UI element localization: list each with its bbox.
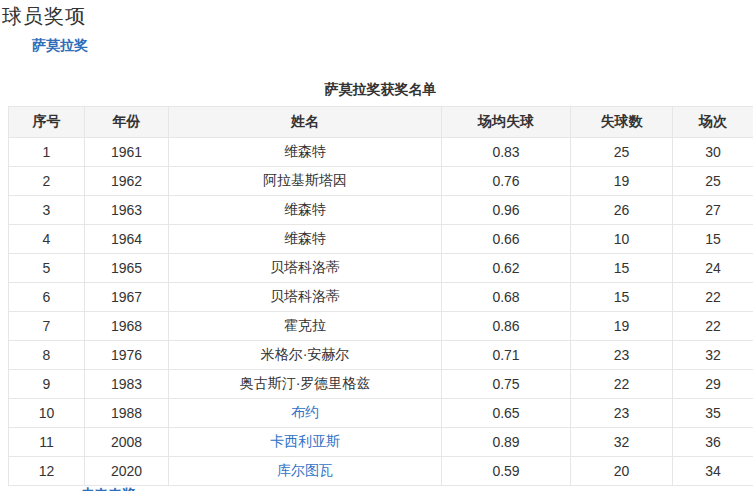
cell-matches: 32 bbox=[673, 341, 753, 370]
player-name-link[interactable]: 布约 bbox=[291, 404, 319, 420]
cell-matches: 22 bbox=[673, 283, 753, 312]
award-winners-table: 序号年份姓名场均失球失球数场次 11961维森特0.83253021962阿拉基… bbox=[8, 106, 753, 486]
column-header-0: 序号 bbox=[9, 107, 85, 138]
cell-matches: 27 bbox=[673, 196, 753, 225]
cell-name: 奥古斯汀·罗德里格兹 bbox=[169, 370, 442, 399]
cell-avg-conceded: 0.66 bbox=[442, 225, 571, 254]
cell-name: 卡西利亚斯 bbox=[169, 428, 442, 457]
cell-no: 6 bbox=[9, 283, 85, 312]
cell-conceded: 23 bbox=[571, 341, 673, 370]
award-table-section: 萨莫拉奖获奖名单 序号年份姓名场均失球失球数场次 11961维森特0.83253… bbox=[8, 80, 753, 486]
cell-no: 10 bbox=[9, 399, 85, 428]
cell-matches: 34 bbox=[673, 457, 753, 486]
table-row: 91983奥古斯汀·罗德里格兹0.752229 bbox=[9, 370, 753, 399]
cell-matches: 22 bbox=[673, 312, 753, 341]
column-header-4: 失球数 bbox=[571, 107, 673, 138]
cell-no: 4 bbox=[9, 225, 85, 254]
column-header-1: 年份 bbox=[85, 107, 169, 138]
cell-matches: 15 bbox=[673, 225, 753, 254]
cell-name: 霍克拉 bbox=[169, 312, 442, 341]
cell-avg-conceded: 0.59 bbox=[442, 457, 571, 486]
table-row: 61967贝塔科洛蒂0.681522 bbox=[9, 283, 753, 312]
table-row: 21962阿拉基斯塔因0.761925 bbox=[9, 167, 753, 196]
cell-name: 阿拉基斯塔因 bbox=[169, 167, 442, 196]
table-row: 31963维森特0.962627 bbox=[9, 196, 753, 225]
cell-no: 8 bbox=[9, 341, 85, 370]
cell-avg-conceded: 0.86 bbox=[442, 312, 571, 341]
cell-matches: 25 bbox=[673, 167, 753, 196]
cell-matches: 29 bbox=[673, 370, 753, 399]
cell-year: 1963 bbox=[85, 196, 169, 225]
cell-avg-conceded: 0.71 bbox=[442, 341, 571, 370]
player-name-link[interactable]: 卡西利亚斯 bbox=[270, 433, 340, 449]
cell-no: 1 bbox=[9, 138, 85, 167]
cell-matches: 30 bbox=[673, 138, 753, 167]
cell-year: 2008 bbox=[85, 428, 169, 457]
cell-no: 12 bbox=[9, 457, 85, 486]
cell-avg-conceded: 0.83 bbox=[442, 138, 571, 167]
cell-conceded: 15 bbox=[571, 283, 673, 312]
column-header-5: 场次 bbox=[673, 107, 753, 138]
cell-name: 维森特 bbox=[169, 225, 442, 254]
table-row: 11961维森特0.832530 bbox=[9, 138, 753, 167]
cell-year: 1968 bbox=[85, 312, 169, 341]
cell-matches: 36 bbox=[673, 428, 753, 457]
table-row: 41964维森特0.661015 bbox=[9, 225, 753, 254]
cell-avg-conceded: 0.62 bbox=[442, 254, 571, 283]
table-header: 序号年份姓名场均失球失球数场次 bbox=[9, 107, 753, 138]
table-title: 萨莫拉奖获奖名单 bbox=[8, 80, 753, 98]
next-award-link-partial[interactable]: 皮奇奇奖 bbox=[80, 486, 136, 491]
cell-conceded: 22 bbox=[571, 370, 673, 399]
cell-conceded: 15 bbox=[571, 254, 673, 283]
cell-conceded: 19 bbox=[571, 167, 673, 196]
cell-no: 7 bbox=[9, 312, 85, 341]
table-body: 11961维森特0.83253021962阿拉基斯塔因0.76192531963… bbox=[9, 138, 753, 486]
cell-no: 5 bbox=[9, 254, 85, 283]
cell-name: 布约 bbox=[169, 399, 442, 428]
cell-conceded: 26 bbox=[571, 196, 673, 225]
cell-year: 2020 bbox=[85, 457, 169, 486]
cell-avg-conceded: 0.65 bbox=[442, 399, 571, 428]
cell-year: 1962 bbox=[85, 167, 169, 196]
cell-name: 维森特 bbox=[169, 196, 442, 225]
cell-name: 米格尔·安赫尔 bbox=[169, 341, 442, 370]
cell-avg-conceded: 0.96 bbox=[442, 196, 571, 225]
table-row: 112008卡西利亚斯0.893236 bbox=[9, 428, 753, 457]
table-row: 51965贝塔科洛蒂0.621524 bbox=[9, 254, 753, 283]
cell-name: 贝塔科洛蒂 bbox=[169, 254, 442, 283]
table-row: 81976米格尔·安赫尔0.712332 bbox=[9, 341, 753, 370]
cell-conceded: 23 bbox=[571, 399, 673, 428]
cell-no: 11 bbox=[9, 428, 85, 457]
cell-no: 3 bbox=[9, 196, 85, 225]
cell-name: 维森特 bbox=[169, 138, 442, 167]
page-title: 球员奖项 bbox=[2, 3, 86, 30]
table-header-row: 序号年份姓名场均失球失球数场次 bbox=[9, 107, 753, 138]
column-header-3: 场均失球 bbox=[442, 107, 571, 138]
cell-matches: 35 bbox=[673, 399, 753, 428]
column-header-2: 姓名 bbox=[169, 107, 442, 138]
cell-year: 1988 bbox=[85, 399, 169, 428]
cell-name: 贝塔科洛蒂 bbox=[169, 283, 442, 312]
cell-conceded: 19 bbox=[571, 312, 673, 341]
cell-conceded: 25 bbox=[571, 138, 673, 167]
cell-conceded: 32 bbox=[571, 428, 673, 457]
cell-avg-conceded: 0.76 bbox=[442, 167, 571, 196]
table-row: 122020库尔图瓦0.592034 bbox=[9, 457, 753, 486]
table-row: 101988布约0.652335 bbox=[9, 399, 753, 428]
cell-year: 1961 bbox=[85, 138, 169, 167]
cell-year: 1983 bbox=[85, 370, 169, 399]
cell-conceded: 20 bbox=[571, 457, 673, 486]
cell-matches: 24 bbox=[673, 254, 753, 283]
cell-avg-conceded: 0.75 bbox=[442, 370, 571, 399]
player-name-link[interactable]: 库尔图瓦 bbox=[277, 462, 333, 478]
cell-year: 1967 bbox=[85, 283, 169, 312]
cell-avg-conceded: 0.68 bbox=[442, 283, 571, 312]
cell-year: 1976 bbox=[85, 341, 169, 370]
cell-no: 2 bbox=[9, 167, 85, 196]
table-row: 71968霍克拉0.861922 bbox=[9, 312, 753, 341]
award-section-link[interactable]: 萨莫拉奖 bbox=[32, 37, 88, 55]
cell-year: 1965 bbox=[85, 254, 169, 283]
cell-avg-conceded: 0.89 bbox=[442, 428, 571, 457]
cell-name: 库尔图瓦 bbox=[169, 457, 442, 486]
cell-year: 1964 bbox=[85, 225, 169, 254]
